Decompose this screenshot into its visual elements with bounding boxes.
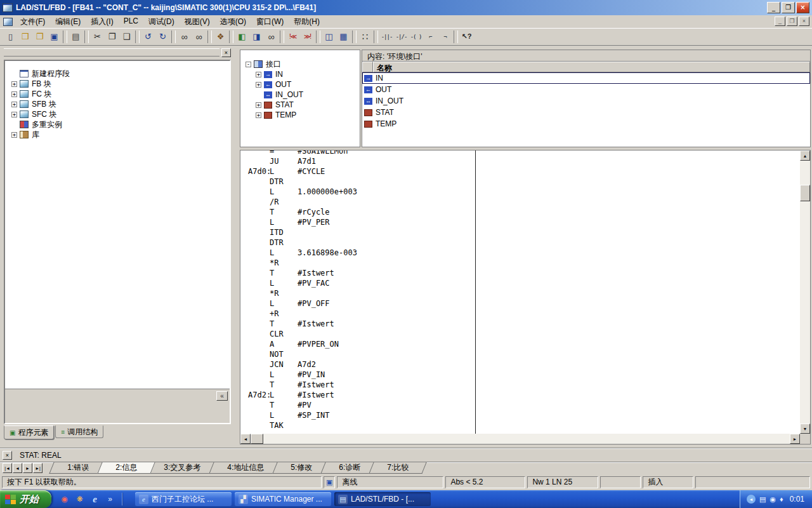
menu-item[interactable]: 帮助(H) [289,15,325,29]
stl-code-line[interactable]: T #Istwert [240,319,800,329]
tray-network-icon[interactable]: ◉ [769,495,776,504]
output-close-icon[interactable]: × [3,451,12,460]
tray-volume-icon[interactable]: ♦ [780,495,783,503]
stl-code-line[interactable]: A7d2: L #Istwert [240,390,800,400]
tray-printer-icon[interactable]: ▤ [759,495,766,504]
stl-editor[interactable]: = #SUAIwLLMon JU A7d1 A7d0: L #CYCLE DTR [240,150,800,434]
symbol-table-button[interactable]: ◧ [235,30,249,44]
panel-grip[interactable] [4,48,219,57]
output-nav-button[interactable]: ► [23,463,32,473]
table-row[interactable]: TEMP [362,118,810,130]
tree-item[interactable]: + FB 块 [11,79,227,89]
stl-code-line[interactable]: = #SUAIwLLMon [240,150,800,156]
detail-view-button[interactable]: ▦ [336,30,351,44]
find-symbol-button[interactable]: ∞ [177,30,192,44]
stl-code-line[interactable]: L #PV_PER [240,217,800,227]
stl-code-line[interactable]: L 1.000000e+003 [240,187,800,197]
help-pointer-button[interactable]: ↖? [459,30,474,44]
menu-item[interactable]: 选项(O) [215,15,251,29]
scroll-right-icon[interactable]: ► [790,434,800,444]
stl-code-line[interactable]: T #rCycle [240,207,800,217]
output-tab[interactable]: 4:地址信息 [209,462,282,474]
menu-item[interactable]: 窗口(W) [251,15,289,29]
taskbar-task-button[interactable]: ▤ LAD/STL/FBD - [... [334,492,431,506]
start-button[interactable]: 开始 [0,490,51,508]
tree-expander[interactable]: + [11,102,17,107]
open-online-button[interactable]: ❐ [32,30,47,44]
output-nav-button[interactable]: |◄ [3,463,12,473]
stl-code-line[interactable]: /R [240,197,800,207]
stl-code-line[interactable]: A #PVPER_ON [240,339,800,349]
print-button[interactable]: ▤ [69,30,83,44]
interface-tree-item[interactable]: IN_OUT [256,90,358,100]
coil-button[interactable]: -( ) [409,30,423,44]
program-elements-catalog-button[interactable]: ❖ [213,30,228,44]
output-tab[interactable]: 3:交叉参考 [145,462,218,474]
stl-code-line[interactable]: JCN A7d2 [240,359,800,370]
taskbar-task-button[interactable]: e 西门子工控论坛 ... [135,492,232,506]
stl-code-line[interactable]: +R [240,309,800,319]
child-window-icon[interactable] [3,18,13,26]
horizontal-scrollbar[interactable]: ◄ ► [240,434,800,444]
mdi-minimize-button[interactable]: _ [775,17,785,26]
name-column-header[interactable]: 名称 [373,62,810,72]
tree-item[interactable]: 新建程序段 [11,69,227,79]
table-row[interactable]: IN [362,72,810,84]
tree-expander[interactable]: + [11,112,17,117]
stl-code-line[interactable]: TAK [240,420,800,431]
menu-item[interactable]: PLC [119,15,143,29]
menu-item[interactable]: 文件(F) [15,15,50,29]
pane-resize-icon[interactable]: « [216,391,228,401]
tree-expander[interactable]: + [11,81,17,87]
tree-expander[interactable]: + [11,91,17,97]
tree-item[interactable]: + SFB 块 [11,99,227,109]
maximize-button[interactable]: ❐ [782,2,795,13]
scroll-up-icon[interactable]: ▲ [800,150,810,161]
paste-button[interactable]: ❑ [119,30,134,44]
undo-button[interactable]: ↺ [141,30,155,44]
stl-code-line[interactable]: *R [240,258,800,268]
scroll-left-icon[interactable]: ◄ [240,434,251,444]
output-tab[interactable]: 2:信息 [97,462,155,474]
goto-next-error-button[interactable]: ≫! [300,30,315,44]
split-window-button[interactable]: ◫ [322,30,336,44]
stl-code-line[interactable]: L 3.616898e-003 [240,248,800,258]
interface-tree-item[interactable]: + STAT [256,100,358,110]
stl-code-line[interactable]: L #PV_IN [240,370,800,380]
quick-launch-ie-icon[interactable]: e [89,494,100,505]
output-tab[interactable]: 7:比较 [369,462,426,474]
symbol-info-button[interactable]: ◨ [249,30,264,44]
stl-code-line[interactable]: T #PV [240,400,800,410]
taskbar-task-button[interactable]: ▞ SIMATIC Manager ... [235,492,331,506]
cut-button[interactable]: ✂ [90,30,105,44]
tree-item[interactable]: + SFC 块 [11,109,227,119]
stl-code-line[interactable]: DTR [240,177,800,187]
output-nav-button[interactable]: ►| [33,463,43,473]
tree-expander[interactable]: + [256,102,261,108]
catalog-tab[interactable]: ≡ 调用结构 [55,425,103,438]
mdi-restore-button[interactable]: ❐ [787,17,797,26]
interface-tree-item[interactable]: + IN [256,69,358,79]
new-button[interactable]: ▯ [3,30,18,44]
new-network-button[interactable]: ∷ [358,30,372,44]
close-button[interactable]: × [796,2,809,13]
save-button[interactable]: ▣ [47,30,62,44]
quick-launch-1-icon[interactable]: ◉ [59,494,70,505]
interface-tree-item[interactable]: + OUT [256,79,358,90]
table-row[interactable]: OUT [362,84,810,95]
table-row[interactable]: IN_OUT [362,95,810,107]
stl-code-line[interactable]: T #Istwert [240,268,800,278]
tree-expander[interactable]: + [11,132,17,138]
table-row[interactable]: STAT [362,107,810,118]
open-button[interactable]: ❒ [18,30,32,44]
stl-code-line[interactable]: A7d0: L #CYCLE [240,166,800,177]
open-branch-button[interactable]: ⌐ [423,30,438,44]
horizontal-scroll-thumb[interactable] [251,434,263,444]
tree-expander[interactable]: + [256,72,261,77]
display-symbols-button[interactable]: ∞ [192,30,206,44]
quick-launch-2-icon[interactable]: ❋ [74,494,85,505]
close-branch-button[interactable]: ¬ [438,30,452,44]
monitor-glasses-button[interactable]: ∞ [264,30,278,44]
stl-code-line[interactable]: DTR [240,237,800,248]
stl-code-line[interactable]: ITD [240,227,800,237]
